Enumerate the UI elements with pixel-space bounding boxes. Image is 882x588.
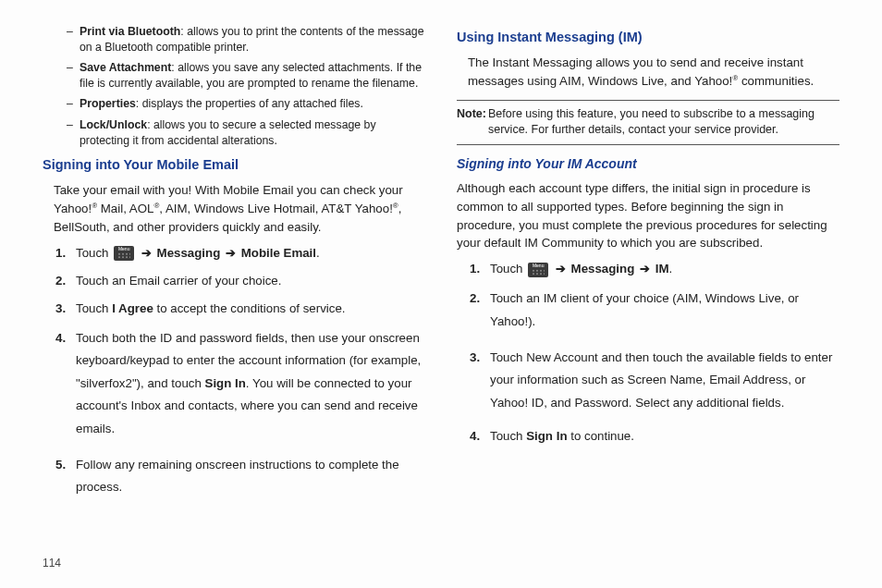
section-heading: Signing into Your Mobile Email <box>43 155 425 176</box>
desc: : displays the properties of any attache… <box>136 97 363 110</box>
list-item: Lock/Unlock: allows you to secure a sele… <box>80 117 425 148</box>
nav-term: Messaging <box>571 262 635 276</box>
left-column: Print via Bluetooth: allows you to print… <box>43 24 425 549</box>
text: to accept the conditions of service. <box>153 301 346 315</box>
list-item: Save Attachment: allows you save any sel… <box>80 60 425 91</box>
step-item: Touch an IM client of your choice (AIM, … <box>490 288 839 333</box>
text: Touch <box>490 429 526 443</box>
text: to continue. <box>568 429 634 443</box>
feature-bullet-list: Print via Bluetooth: allows you to print… <box>43 24 425 148</box>
note-body: Before using this feature, you need to s… <box>457 106 839 139</box>
text: Mail, AOL <box>97 202 153 215</box>
step-item: Touch New Account and then touch the ava… <box>490 347 839 415</box>
steps-list: Touch ➔ Messaging ➔ Mobile Email. Touch … <box>43 244 425 499</box>
list-item: Properties: displays the properties of a… <box>80 96 425 112</box>
page-number: 114 <box>43 557 839 570</box>
menu-icon <box>528 263 548 277</box>
manual-page: Print via Bluetooth: allows you to print… <box>0 0 882 588</box>
nav-term: Mobile Email <box>241 246 316 260</box>
term: Sign In <box>526 429 567 443</box>
subsection-intro: Although each account type differs, the … <box>457 179 839 253</box>
nav-term: IM <box>655 262 669 276</box>
term: Lock/Unlock <box>80 118 147 131</box>
menu-icon <box>114 246 134 261</box>
note-block: Note: Before using this feature, you nee… <box>457 100 839 145</box>
step-item: Touch both the ID and password fields, t… <box>76 327 425 441</box>
step-item: Follow any remaining onscreen instructio… <box>76 454 425 499</box>
arrow-icon: ➔ <box>141 244 152 263</box>
arrow-icon: ➔ <box>226 244 236 263</box>
two-column-layout: Print via Bluetooth: allows you to print… <box>43 24 839 549</box>
text: Touch <box>490 262 526 276</box>
list-item: Print via Bluetooth: allows you to print… <box>80 24 425 55</box>
term: Sign In <box>205 376 246 390</box>
section-heading: Using Instant Messaging (IM) <box>457 28 839 48</box>
text: Touch <box>76 246 112 260</box>
text: Touch <box>76 301 112 315</box>
note-label: Note: <box>457 106 486 123</box>
term: Print via Bluetooth <box>80 25 180 38</box>
term: Save Attachment <box>80 61 171 74</box>
section-intro: Take your email with you! With Mobile Em… <box>43 181 425 237</box>
term: I Agree <box>112 301 153 315</box>
step-item: Touch I Agree to accept the conditions o… <box>76 300 425 318</box>
steps-list: Touch ➔ Messaging ➔ IM. Touch an IM clie… <box>457 260 839 446</box>
subsection-heading: Signing into Your IM Account <box>457 154 839 174</box>
step-item: Touch Sign In to continue. <box>490 427 839 446</box>
arrow-icon: ➔ <box>640 260 650 278</box>
text: , AIM, Windows Live Hotmail, AT&T Yahoo! <box>159 202 393 215</box>
text: communities. <box>738 74 814 88</box>
term: Properties <box>80 97 136 110</box>
step-item: Touch an Email carrier of your choice. <box>76 272 425 290</box>
step-item: Touch ➔ Messaging ➔ IM. <box>490 260 839 278</box>
nav-term: Messaging <box>157 246 221 260</box>
arrow-icon: ➔ <box>556 260 566 278</box>
right-column: Using Instant Messaging (IM) The Instant… <box>457 24 839 549</box>
step-item: Touch ➔ Messaging ➔ Mobile Email. <box>76 244 425 263</box>
section-intro: The Instant Messaging allows you to send… <box>457 54 839 91</box>
